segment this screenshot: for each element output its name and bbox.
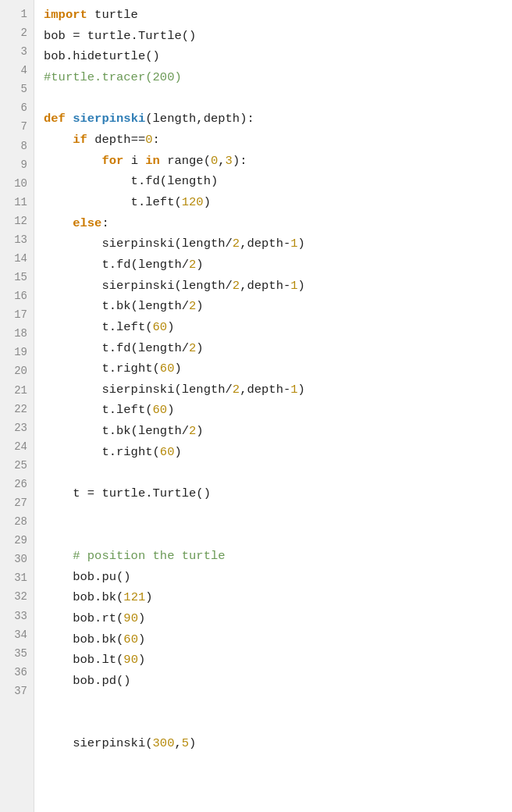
token-num: 2 (189, 424, 196, 438)
code-line: t.left(120) (44, 192, 512, 213)
line-number: 14 (0, 249, 34, 268)
code-line: bob.pu() (44, 567, 512, 588)
token-plain: sierpinski(length/ (44, 237, 233, 251)
token-plain: i (123, 154, 145, 168)
line-number: 15 (0, 268, 34, 287)
token-num: 2 (189, 299, 196, 313)
token-plain: ,depth- (240, 383, 290, 397)
token-plain: ) (167, 320, 174, 334)
token-plain: t.fd(length) (44, 174, 218, 188)
token-plain: t.bk(length/ (44, 424, 189, 438)
code-line: sierpinski(length/2,depth-1) (44, 379, 512, 401)
token-plain: ) (196, 341, 203, 355)
token-plain (66, 112, 73, 126)
code-line (44, 712, 512, 733)
token-num: 60 (160, 361, 175, 376)
code-line: # position the turtle (44, 546, 512, 567)
code-line (44, 462, 512, 483)
token-plain: ) (145, 590, 152, 604)
token-plain: turtle (87, 8, 138, 22)
line-number: 25 (0, 456, 34, 475)
line-number: 26 (0, 475, 34, 493)
code-line: bob = turtle.Turtle() (44, 26, 512, 47)
token-kw: for (101, 154, 123, 168)
code-editor: 1234567891011121314151617181920212223242… (0, 0, 512, 812)
code-line: bob.bk(121) (44, 587, 512, 608)
line-number: 11 (0, 193, 34, 212)
line-number: 28 (0, 512, 34, 531)
line-number: 18 (0, 324, 34, 343)
token-plain: ) (298, 237, 305, 251)
code-line: bob.hideturtle() (44, 46, 512, 67)
line-number: 20 (0, 361, 34, 380)
code-content[interactable]: import turtlebob = turtle.Turtle()bob.hi… (34, 0, 512, 812)
code-line: t.right(60) (44, 442, 512, 463)
code-line (44, 525, 512, 546)
token-plain: bob.lt( (44, 653, 123, 667)
token-num: 1 (290, 237, 297, 251)
line-number-gutter: 1234567891011121314151617181920212223242… (0, 0, 34, 812)
code-line (44, 504, 512, 525)
token-cm: # position the turtle (44, 549, 226, 563)
code-line: #turtle.tracer(200) (44, 67, 512, 88)
code-line: import turtle (44, 5, 512, 26)
line-number: 4 (0, 61, 34, 80)
token-plain: t.left( (44, 195, 182, 209)
token-num: 2 (233, 383, 240, 397)
code-line: sierpinski(300,5) (44, 733, 512, 754)
token-fn: sierpinski (73, 112, 145, 126)
token-num: 300 (153, 736, 175, 750)
token-kw: def (44, 112, 66, 126)
token-plain: t.left( (44, 320, 153, 334)
line-number: 13 (0, 230, 34, 249)
token-plain: bob.pd() (44, 674, 131, 688)
token-num: 60 (123, 632, 138, 646)
token-plain: ) (196, 299, 203, 313)
token-plain: sierpinski(length/ (44, 383, 233, 397)
token-num: 60 (160, 445, 175, 459)
token-plain: ): (233, 154, 247, 168)
line-number: 2 (0, 23, 34, 42)
token-cm: #turtle.tracer(200) (44, 70, 182, 84)
token-num: 1 (290, 383, 297, 397)
token-plain: ) (138, 632, 145, 646)
token-num: 3 (226, 154, 233, 168)
line-number: 1 (0, 5, 34, 23)
token-num: 60 (153, 320, 168, 334)
code-line: bob.lt(90) (44, 650, 512, 671)
code-line: sierpinski(length/2,depth-1) (44, 233, 512, 255)
line-number: 24 (0, 437, 34, 456)
line-number: 29 (0, 531, 34, 550)
token-plain: ) (189, 736, 196, 750)
token-plain: : (101, 216, 108, 230)
line-number: 23 (0, 418, 34, 437)
code-line: sierpinski(length/2,depth-1) (44, 276, 512, 297)
token-plain: t.bk(length/ (44, 299, 189, 313)
token-plain: bob.bk( (44, 632, 123, 646)
code-line: if depth==0: (44, 130, 512, 151)
token-num: 5 (182, 736, 189, 750)
line-number: 7 (0, 117, 34, 136)
token-plain: t.right( (44, 445, 160, 459)
code-line: for i in range(0,3): (44, 151, 512, 172)
token-plain: ) (298, 383, 305, 397)
token-plain: t.left( (44, 403, 153, 417)
token-kw: else (73, 216, 101, 230)
line-number: 34 (0, 625, 34, 644)
token-num: 90 (123, 611, 138, 625)
token-plain: , (174, 736, 181, 750)
token-plain (44, 216, 73, 230)
token-plain (44, 154, 101, 168)
code-line: t.bk(length/2) (44, 296, 512, 317)
code-line: bob.pd() (44, 671, 512, 692)
token-plain: t.fd(length/ (44, 341, 189, 355)
token-plain: bob.pu() (44, 570, 131, 584)
line-number: 36 (0, 663, 34, 682)
line-number: 35 (0, 644, 34, 663)
code-line: t.bk(length/2) (44, 421, 512, 442)
token-plain: sierpinski(length/ (44, 279, 233, 293)
token-num: 2 (189, 341, 196, 355)
code-line: t.left(60) (44, 317, 512, 338)
code-line: def sierpinski(length,depth): (44, 109, 512, 130)
token-plain: depth== (87, 133, 145, 147)
